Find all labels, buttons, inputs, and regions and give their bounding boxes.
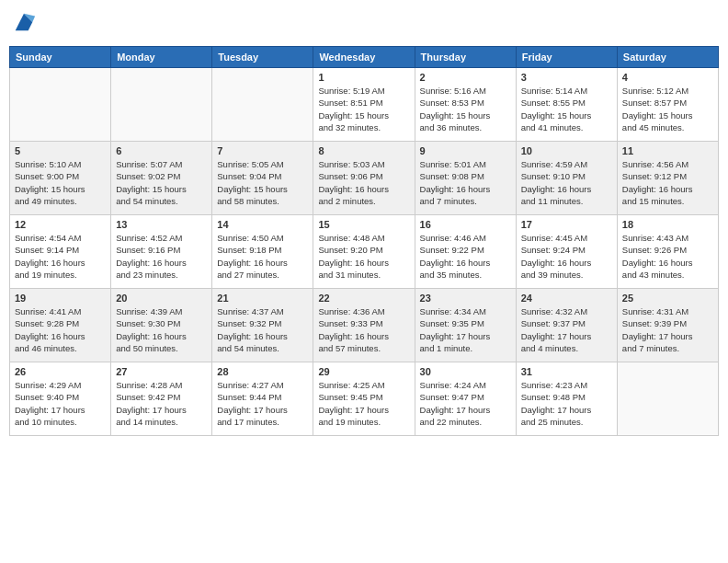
day-info: Sunrise: 4:25 AM Sunset: 9:45 PM Dayligh…: [318, 379, 409, 428]
table-row: 6Sunrise: 5:07 AM Sunset: 9:02 PM Daylig…: [111, 142, 212, 215]
table-row: 5Sunrise: 5:10 AM Sunset: 9:00 PM Daylig…: [10, 142, 111, 215]
day-number: 2: [420, 72, 511, 83]
table-row: 30Sunrise: 4:24 AM Sunset: 9:47 PM Dayli…: [415, 362, 516, 436]
day-number: 25: [622, 293, 713, 304]
day-info: Sunrise: 5:14 AM Sunset: 8:55 PM Dayligh…: [521, 85, 612, 133]
day-number: 29: [318, 366, 409, 377]
day-number: 8: [318, 145, 409, 156]
table-row: [212, 68, 313, 142]
table-row: [617, 362, 718, 436]
table-row: 25Sunrise: 4:31 AM Sunset: 9:39 PM Dayli…: [617, 289, 718, 362]
day-number: 30: [420, 366, 511, 377]
day-info: Sunrise: 4:48 AM Sunset: 9:20 PM Dayligh…: [318, 232, 409, 281]
day-number: 13: [116, 219, 207, 230]
table-row: [10, 68, 111, 142]
table-row: 26Sunrise: 4:29 AM Sunset: 9:40 PM Dayli…: [10, 362, 111, 436]
table-row: 19Sunrise: 4:41 AM Sunset: 9:28 PM Dayli…: [10, 289, 111, 362]
table-row: 16Sunrise: 4:46 AM Sunset: 9:22 PM Dayli…: [415, 215, 516, 289]
table-row: [111, 68, 212, 142]
day-number: 4: [622, 72, 713, 83]
day-info: Sunrise: 4:36 AM Sunset: 9:33 PM Dayligh…: [318, 305, 409, 354]
table-row: 29Sunrise: 4:25 AM Sunset: 9:45 PM Dayli…: [313, 362, 415, 436]
day-number: 15: [318, 219, 409, 230]
table-row: 22Sunrise: 4:36 AM Sunset: 9:33 PM Dayli…: [313, 289, 415, 362]
day-number: 27: [116, 366, 207, 377]
day-info: Sunrise: 4:28 AM Sunset: 9:42 PM Dayligh…: [116, 379, 207, 428]
table-row: 20Sunrise: 4:39 AM Sunset: 9:30 PM Dayli…: [111, 289, 212, 362]
table-row: 10Sunrise: 4:59 AM Sunset: 9:10 PM Dayli…: [516, 142, 617, 215]
day-number: 3: [521, 72, 612, 83]
table-row: 8Sunrise: 5:03 AM Sunset: 9:06 PM Daylig…: [313, 142, 415, 215]
day-info: Sunrise: 5:07 AM Sunset: 9:02 PM Dayligh…: [116, 158, 207, 207]
header-thursday: Thursday: [415, 47, 516, 68]
calendar-week-row: 5Sunrise: 5:10 AM Sunset: 9:00 PM Daylig…: [10, 142, 719, 215]
day-info: Sunrise: 4:32 AM Sunset: 9:37 PM Dayligh…: [521, 305, 612, 354]
table-row: 9Sunrise: 5:01 AM Sunset: 9:08 PM Daylig…: [415, 142, 516, 215]
day-info: Sunrise: 5:19 AM Sunset: 8:51 PM Dayligh…: [318, 85, 409, 133]
day-info: Sunrise: 4:39 AM Sunset: 9:30 PM Dayligh…: [116, 305, 207, 354]
day-info: Sunrise: 4:41 AM Sunset: 9:28 PM Dayligh…: [15, 305, 106, 354]
day-number: 12: [15, 219, 106, 230]
table-row: 7Sunrise: 5:05 AM Sunset: 9:04 PM Daylig…: [212, 142, 313, 215]
table-row: 15Sunrise: 4:48 AM Sunset: 9:20 PM Dayli…: [313, 215, 415, 289]
day-number: 19: [15, 293, 106, 304]
table-row: 18Sunrise: 4:43 AM Sunset: 9:26 PM Dayli…: [617, 215, 718, 289]
day-info: Sunrise: 4:52 AM Sunset: 9:16 PM Dayligh…: [116, 232, 207, 281]
day-info: Sunrise: 4:27 AM Sunset: 9:44 PM Dayligh…: [217, 379, 308, 428]
day-number: 11: [622, 145, 713, 156]
day-number: 22: [318, 293, 409, 304]
day-info: Sunrise: 4:23 AM Sunset: 9:48 PM Dayligh…: [521, 379, 612, 428]
day-number: 23: [420, 293, 511, 304]
header-sunday: Sunday: [10, 47, 111, 68]
day-info: Sunrise: 4:37 AM Sunset: 9:32 PM Dayligh…: [217, 305, 308, 354]
table-row: 27Sunrise: 4:28 AM Sunset: 9:42 PM Dayli…: [111, 362, 212, 436]
header-tuesday: Tuesday: [212, 47, 313, 68]
calendar-week-row: 1Sunrise: 5:19 AM Sunset: 8:51 PM Daylig…: [10, 68, 719, 142]
day-number: 16: [420, 219, 511, 230]
day-info: Sunrise: 4:50 AM Sunset: 9:18 PM Dayligh…: [217, 232, 308, 281]
table-row: 31Sunrise: 4:23 AM Sunset: 9:48 PM Dayli…: [516, 362, 617, 436]
day-number: 1: [318, 72, 409, 83]
logo-icon: [11, 9, 37, 35]
day-number: 20: [116, 293, 207, 304]
table-row: 2Sunrise: 5:16 AM Sunset: 8:53 PM Daylig…: [415, 68, 516, 142]
table-row: 1Sunrise: 5:19 AM Sunset: 8:51 PM Daylig…: [313, 68, 415, 142]
day-info: Sunrise: 4:46 AM Sunset: 9:22 PM Dayligh…: [420, 232, 511, 281]
header: [9, 9, 719, 39]
day-number: 21: [217, 293, 308, 304]
day-number: 14: [217, 219, 308, 230]
day-number: 31: [521, 366, 612, 377]
day-info: Sunrise: 5:12 AM Sunset: 8:57 PM Dayligh…: [622, 85, 713, 133]
day-number: 9: [420, 145, 511, 156]
calendar-week-row: 19Sunrise: 4:41 AM Sunset: 9:28 PM Dayli…: [10, 289, 719, 362]
calendar-week-row: 26Sunrise: 4:29 AM Sunset: 9:40 PM Dayli…: [10, 362, 719, 436]
day-info: Sunrise: 5:03 AM Sunset: 9:06 PM Dayligh…: [318, 158, 409, 207]
table-row: 12Sunrise: 4:54 AM Sunset: 9:14 PM Dayli…: [10, 215, 111, 289]
day-number: 24: [521, 293, 612, 304]
day-info: Sunrise: 4:56 AM Sunset: 9:12 PM Dayligh…: [622, 158, 713, 207]
table-row: 13Sunrise: 4:52 AM Sunset: 9:16 PM Dayli…: [111, 215, 212, 289]
day-info: Sunrise: 4:34 AM Sunset: 9:35 PM Dayligh…: [420, 305, 511, 354]
day-info: Sunrise: 4:54 AM Sunset: 9:14 PM Dayligh…: [15, 232, 106, 281]
header-saturday: Saturday: [617, 47, 718, 68]
day-number: 6: [116, 145, 207, 156]
day-number: 5: [15, 145, 106, 156]
day-number: 7: [217, 145, 308, 156]
day-info: Sunrise: 4:43 AM Sunset: 9:26 PM Dayligh…: [622, 232, 713, 281]
table-row: 24Sunrise: 4:32 AM Sunset: 9:37 PM Dayli…: [516, 289, 617, 362]
day-number: 18: [622, 219, 713, 230]
header-monday: Monday: [111, 47, 212, 68]
day-info: Sunrise: 4:31 AM Sunset: 9:39 PM Dayligh…: [622, 305, 713, 354]
table-row: 4Sunrise: 5:12 AM Sunset: 8:57 PM Daylig…: [617, 68, 718, 142]
table-row: 28Sunrise: 4:27 AM Sunset: 9:44 PM Dayli…: [212, 362, 313, 436]
page: Sunday Monday Tuesday Wednesday Thursday…: [0, 0, 728, 563]
day-info: Sunrise: 5:05 AM Sunset: 9:04 PM Dayligh…: [217, 158, 308, 207]
day-info: Sunrise: 4:45 AM Sunset: 9:24 PM Dayligh…: [521, 232, 612, 281]
table-row: 14Sunrise: 4:50 AM Sunset: 9:18 PM Dayli…: [212, 215, 313, 289]
day-info: Sunrise: 4:24 AM Sunset: 9:47 PM Dayligh…: [420, 379, 511, 428]
day-info: Sunrise: 5:16 AM Sunset: 8:53 PM Dayligh…: [420, 85, 511, 133]
day-number: 10: [521, 145, 612, 156]
day-number: 26: [15, 366, 106, 377]
calendar-table: Sunday Monday Tuesday Wednesday Thursday…: [9, 46, 719, 436]
table-row: 3Sunrise: 5:14 AM Sunset: 8:55 PM Daylig…: [516, 68, 617, 142]
